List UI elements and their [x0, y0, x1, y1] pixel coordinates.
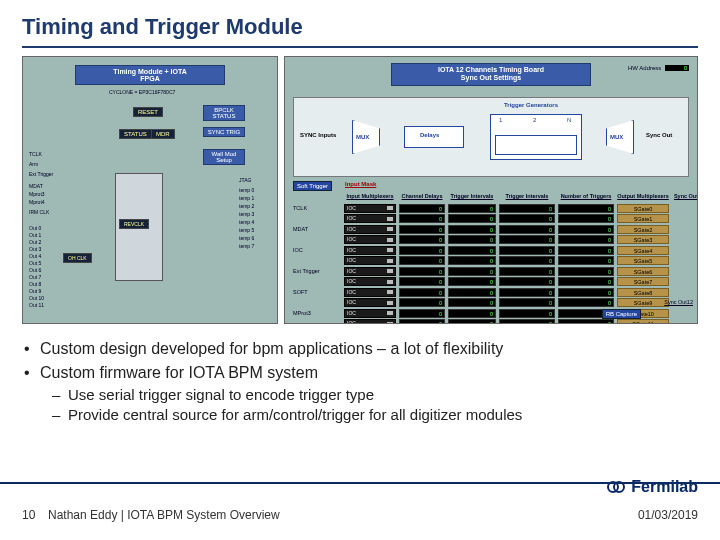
- i4: 0: [448, 246, 496, 255]
- intervals2-col: Trigger Intervals 0 0 0 0 0 0 0 0 0 0 0 …: [499, 193, 555, 324]
- mux-8: IOC: [344, 288, 396, 297]
- ol-11: Out 11: [29, 302, 44, 308]
- bullet-2a: Use serial trigger signal to encode trig…: [22, 385, 698, 405]
- fermilab-logo: Fermilab: [607, 478, 698, 496]
- ll-2: Ext Trigger: [29, 171, 53, 177]
- h2: Channel Delays: [399, 193, 445, 202]
- h0: [293, 193, 341, 202]
- i1: 0: [448, 214, 496, 223]
- channel-grid: TCLK MDAT IOC Ext Trigger SOFT MProt3 In…: [293, 193, 689, 317]
- n9: 0: [558, 298, 614, 307]
- fermilab-logo-icon: [607, 478, 625, 496]
- i7: 0: [448, 277, 496, 286]
- ohclk-box: OH CLK: [63, 253, 92, 263]
- mux-4: IOC: [344, 246, 396, 255]
- i2: 0: [448, 225, 496, 234]
- lp-subtitle: CYCLONE = EP3C16F780C7: [109, 89, 175, 95]
- ol-10: Out 10: [29, 295, 44, 301]
- wallmod-box: Wall Mod Setup: [203, 149, 245, 165]
- footer-date: 01/03/2019: [608, 508, 698, 522]
- tg-n1: 1: [499, 117, 502, 123]
- d8: 0: [399, 288, 445, 297]
- j8: 0: [499, 288, 555, 297]
- fermilab-logo-text: Fermilab: [631, 478, 698, 496]
- bpclk-box: BPCLK STATUS: [203, 105, 245, 121]
- ol-3: Out 3: [29, 246, 41, 252]
- rl-3: temp 3: [239, 211, 254, 217]
- footer: 10 Nathan Eddy | IOTA BPM System Overvie…: [22, 508, 698, 522]
- d10: 0: [399, 309, 445, 318]
- d4: 0: [399, 246, 445, 255]
- o11: SGate11: [617, 319, 669, 324]
- d7: 0: [399, 277, 445, 286]
- rl5: [293, 256, 341, 265]
- mux-in-label: MUX: [356, 134, 369, 140]
- row-labels-col: TCLK MDAT IOC Ext Trigger SOFT MProt3: [293, 193, 341, 324]
- n7: 0: [558, 277, 614, 286]
- rp-title-1: IOTA 12 Channels Timing Board: [438, 66, 544, 73]
- mux-out-label: MUX: [610, 134, 623, 140]
- output-mux-col: Output Multiplexers SGate0 SGate1 SGate2…: [617, 193, 669, 324]
- left-panel: Timing Module + IOTA FPGA CYCLONE = EP3C…: [22, 56, 278, 324]
- sync-out-12: Sync Out12: [664, 299, 693, 305]
- hw-address: HW Address 0: [628, 65, 689, 71]
- d3: 0: [399, 235, 445, 244]
- mux-2: IOC: [344, 225, 396, 234]
- n11: 0: [558, 319, 614, 324]
- mux-10: IOC: [344, 309, 396, 318]
- delays-col: Channel Delays 0 0 0 0 0 0 0 0 0 0 0 0: [399, 193, 445, 324]
- o5: SGate5: [617, 256, 669, 265]
- i5: 0: [448, 256, 496, 265]
- mux-7: IOC: [344, 277, 396, 286]
- n3: 0: [558, 235, 614, 244]
- d11: 0: [399, 319, 445, 324]
- j2: 0: [499, 225, 555, 234]
- mux-1: IOC: [344, 214, 396, 223]
- mdr-button: MDR: [151, 129, 175, 139]
- hw-label: HW Address: [628, 65, 661, 71]
- rl6: Ext Trigger: [293, 267, 341, 276]
- i3: 0: [448, 235, 496, 244]
- ol-4: Out 4: [29, 253, 41, 259]
- ol-2: Out 2: [29, 239, 41, 245]
- j3: 0: [499, 235, 555, 244]
- ll-0: TCLK: [29, 151, 42, 157]
- o4: SGate4: [617, 246, 669, 255]
- d9: 0: [399, 298, 445, 307]
- o7: SGate7: [617, 277, 669, 286]
- mux-3: IOC: [344, 235, 396, 244]
- j7: 0: [499, 277, 555, 286]
- rl9: [293, 298, 341, 307]
- n2: 0: [558, 225, 614, 234]
- trig-gen-box: 1 2 N: [490, 114, 582, 160]
- o8: SGate8: [617, 288, 669, 297]
- h5: Number of Triggers: [558, 193, 614, 202]
- rp-title-2: Sync Out Settings: [461, 74, 521, 81]
- footer-rule: [0, 482, 720, 484]
- rl-7: temp 7: [239, 243, 254, 249]
- ll-4: Mprot3: [29, 191, 45, 197]
- ntrig-col: Number of Triggers 0 0 0 0 0 0 0 0 0 0 0…: [558, 193, 614, 324]
- i6: 0: [448, 267, 496, 276]
- left-panel-title: Timing Module + IOTA FPGA: [75, 65, 225, 85]
- n6: 0: [558, 267, 614, 276]
- ol-5: Out 5: [29, 260, 41, 266]
- lp-title-2: FPGA: [140, 75, 159, 82]
- mux-6: IOC: [344, 267, 396, 276]
- o6: SGate6: [617, 267, 669, 276]
- j0: 0: [499, 204, 555, 213]
- ol-8: Out 8: [29, 281, 41, 287]
- tg-n2: 2: [533, 117, 536, 123]
- h3: Trigger Intervals: [448, 193, 496, 202]
- rl0: TCLK: [293, 204, 341, 213]
- rl1: [293, 214, 341, 223]
- h1: Input Multiplexers: [344, 193, 396, 202]
- rl3: [293, 235, 341, 244]
- h4: Trigger Intervals: [499, 193, 555, 202]
- rl8: SOFT: [293, 288, 341, 297]
- rl-0: temp 0: [239, 187, 254, 193]
- bullet-1: Custom design developed for bpm applicat…: [22, 338, 698, 360]
- footer-center: Nathan Eddy | IOTA BPM System Overview: [48, 508, 608, 522]
- rl-1: temp 1: [239, 195, 254, 201]
- sync-out-label: Sync Out: [646, 132, 672, 138]
